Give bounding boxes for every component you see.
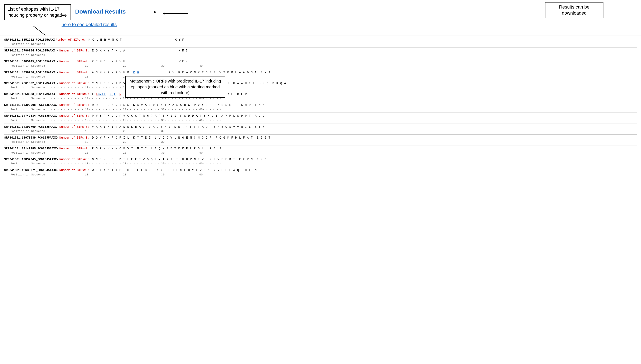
position-line: Position in Sequence: - - - - - - - - - … [4, 162, 637, 166]
position-line: Position in Sequence: - - - - - - - - - … [4, 96, 637, 101]
seq-header: SRR341581.1858033_FC61AVBAAXX:- Number o… [4, 92, 637, 96]
seq-suffix: W E K [126, 59, 187, 64]
bip-label: Number of BIPs=0: [59, 48, 89, 53]
seq-header: SRR341581.16393008_FC615J5AAXX- Number o… [4, 103, 637, 107]
position-line: Position in Sequence: - - - - - - - - - … [4, 129, 637, 134]
annotation-results-text: Results can be downloaded [559, 4, 589, 16]
sequence-block: SRR341581.12832345_FC615J5AAXX- Number o… [4, 157, 637, 166]
bip-label: Number of BIPs=0: [59, 70, 89, 75]
seq-id: SRR341581.12832345_FC615J5AAXX- [4, 157, 58, 162]
seq-residues: K C L E R V N K T [86, 38, 122, 42]
seq-header: SRR341581.13147985_FC615J5AAXX- Number o… [4, 146, 637, 151]
bip-label: Number of BIPs=0: [59, 114, 89, 118]
bip-label: Number of BIPs=0: [59, 146, 89, 151]
seq-id: SRR341581.13147985_FC615J5AAXX- [4, 146, 58, 151]
sequence-block: SRR341581.5405145_FC615G5AAXX:- Number o… [4, 59, 637, 68]
position-line: Position in Sequence: - - - - - - - - - … [4, 75, 637, 79]
bip-label: Number of BIPs=0: [59, 157, 89, 162]
seq-header: SRR341581.14742834_FC615J5AAXX- Number o… [4, 114, 637, 118]
main-content: Metagenomic ORFs with predicted IL-17 in… [0, 36, 641, 180]
seq-residues: R G R K V N N C K V I N T I L A Q K S E … [90, 146, 222, 151]
seq-residues: G N E K L E L D I L E E I V Q Q N Y I K … [90, 157, 267, 162]
seq-suffix: M M E [126, 48, 187, 53]
seq-header: SRR341581.13970539_FC615J5AAXX- Number o… [4, 136, 637, 140]
seq-residues: K I M D L K G Y H [90, 59, 125, 64]
sequence-block: SRR341581.13970539_FC615J5AAXX- Number o… [4, 136, 637, 144]
sequence-block: SRR341581.1858033_FC61AVBAAXX:- Number o… [4, 92, 637, 101]
svg-marker-5 [163, 12, 165, 15]
sequence-block: SRR341581.2661882_FC61AVBAAXX:- Number o… [4, 81, 637, 90]
bip-label: Number of BIPs=0: [59, 136, 89, 140]
annotation-epitopes: List of epitopes with IL-17 inducing pro… [4, 4, 71, 20]
seq-id: SRR341581.2661882_FC61AVBAAXX:- [4, 81, 58, 86]
seq-id: SRR341581.14397709_FC615J5AAXX- [4, 124, 58, 129]
position-line: Position in Sequence: - - - - - - - - - … [4, 108, 637, 112]
bip-label: Number of BIPs=2: [59, 92, 89, 96]
position-line: Position in Sequence: - - - - - - - - - … [4, 42, 637, 46]
sequence-block: SRR341581.12633071_FC615J5AAXX- Number o… [4, 168, 637, 177]
seq-id: SRR341581.1858033_FC61AVBAAXX:- [4, 92, 58, 96]
top-section: List of epitopes with IL-17 inducing pro… [0, 0, 641, 36]
seq-id: SRR341581.5786784_FC615G5AAXX:- [4, 48, 58, 53]
seq-residues: A S M N F N F Y N K K G F Y F E A V N K … [90, 70, 270, 75]
bip-label: Number of BIPs=0: [59, 124, 89, 129]
seq-header: SRR341581.12832345_FC615J5AAXX- Number o… [4, 157, 637, 162]
seq-header: SRR341581.5405145_FC615G5AAXX:- Number o… [4, 59, 637, 64]
bip-label: Number of BIPs=0: [59, 103, 89, 107]
seq-id: SRR341581.5405145_FC615G5AAXX:- [4, 59, 58, 64]
position-line: Position in Sequence: - - - - - - - - - … [4, 53, 637, 58]
sequence-block: SRR341581.13147985_FC615J5AAXX- Number o… [4, 146, 637, 155]
sequence-block: SRR341581.14397709_FC615J5AAXX- Number o… [4, 124, 637, 134]
sequence-block: SRR341581.16393008_FC615J5AAXX- Number o… [4, 103, 637, 112]
seq-header: SRR341581.14397709_FC615J5AAXX- Number o… [4, 124, 637, 129]
seq-id: SRR341581.4836256_FC615G5AAXX:- [4, 70, 58, 75]
position-line: Position in Sequence: - - - - - - - - - … [4, 64, 637, 68]
sequence-block: SRR341581.8852922_FC615J5AAXX Number of … [4, 38, 637, 46]
seq-header: SRR341581.2661882_FC61AVBAAXX:- Number o… [4, 81, 637, 86]
seq-residues: W E T A K T T D I G I E L G F F N N D L … [90, 168, 269, 172]
bip-label: Number of BIPs=0: [59, 59, 89, 64]
svg-line-0 [33, 26, 52, 36]
annotation-metagenomic: Metagenomic ORFs with predicted IL-17 in… [125, 76, 225, 98]
sequence-block: SRR341581.14742834_FC615J5AAXX- Number o… [4, 114, 637, 122]
seq-residues: E Q K K Y A K L A [90, 48, 125, 53]
sequence-block: SRR341581.5786784_FC615G5AAXX:- Number o… [4, 48, 637, 57]
seq-id: SRR341581.8852922_FC615J5AAXX [4, 38, 55, 42]
seq-header: SRR341581.12633071_FC615J5AAXX- Number o… [4, 168, 637, 172]
seq-id: SRR341581.16393008_FC615J5AAXX- [4, 103, 58, 107]
sequence-block: SRR341581.4836256_FC615G5AAXX:- Number o… [4, 70, 637, 79]
position-line: Position in Sequence: - - - - - - - - - … [4, 86, 637, 90]
seq-residues: D Q Y P M P D R I L K Y T E I L V Q D Y … [90, 136, 270, 140]
detailed-results-link[interactable]: here to see detailed results [62, 22, 117, 27]
bip-label: Number of BIPs=0: [59, 168, 89, 172]
bip-label: Number of BIPs=0: [56, 38, 86, 42]
seq-residues: R R F P E A D I S S S A V A E W Y N T M … [90, 103, 265, 107]
seq-header: SRR341581.8852922_FC615J5AAXX Number of … [4, 38, 637, 42]
seq-header: SRR341581.5786784_FC615G5AAXX:- Number o… [4, 48, 637, 53]
annotation-results: Results can be downloaded [545, 2, 603, 18]
position-line: Position in Sequence: - - - - - - - - - … [4, 118, 637, 123]
seq-residues: V K K I N I N A N D K E A I V A L S K I … [90, 124, 265, 129]
seq-id: SRR341581.12633071_FC615J5AAXX- [4, 168, 58, 172]
annotation-epitopes-text: List of epitopes with IL-17 inducing pro… [8, 6, 67, 18]
seq-suffix: G Y F [123, 38, 184, 42]
download-results-link[interactable]: Download Results [75, 8, 126, 15]
seq-id: SRR341581.14742834_FC615J5AAXX- [4, 114, 58, 118]
seq-id: SRR341581.13970539_FC615J5AAXX- [4, 136, 58, 140]
svg-marker-3 [154, 11, 156, 13]
seq-header: SRR341581.4836256_FC615G5AAXX:- Number o… [4, 70, 637, 75]
position-line: Position in Sequence: - - - - - - - - - … [4, 151, 637, 155]
position-line: Position in Sequence: - - - - - - - - - … [4, 173, 637, 177]
annotation-metagenomic-text: Metagenomic ORFs with predicted IL-17 in… [130, 79, 221, 95]
position-line: Position in Sequence: - - - - - - - - - … [4, 140, 637, 144]
seq-residues: P V S P H L L F V G C G T R H P A R S H … [90, 114, 265, 118]
bip-label: Number of BIPs=0: [59, 81, 89, 86]
